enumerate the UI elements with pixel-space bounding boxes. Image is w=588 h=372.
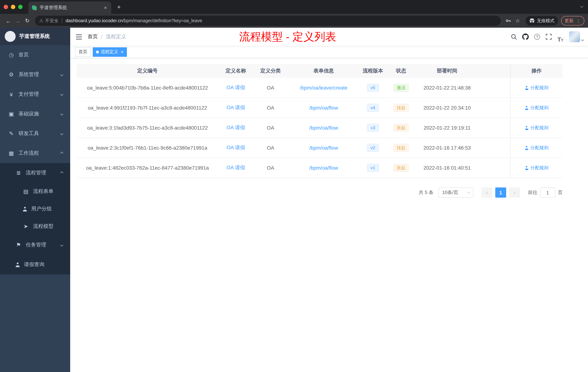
window-zoom-button[interactable]	[18, 5, 22, 9]
form-link[interactable]: /bpm/oa/leave/create	[300, 85, 347, 91]
tag-process-definition[interactable]: 流程定义 ×	[93, 47, 127, 57]
sidebar-item-workflow[interactable]: ▦ 工作流程	[0, 143, 70, 163]
breadcrumb-separator: /	[101, 34, 103, 40]
assign-rule-link[interactable]: 分配规则	[525, 145, 548, 151]
breadcrumb-current: 流程定义	[106, 33, 126, 40]
deploy-time: 2022-01-22 20:34:10	[416, 105, 478, 111]
sidebar-item-label: 工作流程	[19, 150, 39, 156]
forward-button[interactable]: →	[13, 16, 22, 25]
tag-close-icon[interactable]: ×	[121, 49, 124, 55]
sidebar-item-process-mgmt[interactable]: ≣ 流程管理	[0, 163, 70, 183]
sidebar-item-user-group[interactable]: 用户分组	[0, 200, 70, 218]
table-row: oa_leave:4:991f2193-7b7f-11ec-a3c8-acde4…	[77, 98, 563, 118]
sidebar-item-task-mgmt[interactable]: ⚑ 任务管理	[0, 235, 70, 255]
form-link[interactable]: /bpm/oa/flow	[309, 105, 338, 111]
window-minimize-button[interactable]	[11, 5, 15, 9]
tab-close-icon[interactable]: ×	[103, 5, 108, 11]
page-annotation: 流程模型 - 定义列表	[239, 30, 336, 44]
sidebar-item-leave-query[interactable]: 请假查询	[0, 255, 70, 274]
sidebar-item-label: 任务管理	[26, 242, 46, 248]
col-process-version: 流程版本	[360, 68, 386, 74]
sidebar: 芋道管理系统 ◷ 首页 ⚙ 系统管理 ¥ 支付管理 ▣	[0, 28, 70, 372]
page-size-select[interactable]: 10条/页	[439, 187, 473, 198]
current-page-button[interactable]: 1	[495, 187, 506, 198]
tag-home[interactable]: 首页	[75, 47, 91, 57]
bookmark-star-icon[interactable]: ☆	[513, 16, 522, 25]
security-label[interactable]: 不安全	[45, 18, 59, 24]
deploy-time: 2022-01-16 01:40:51	[416, 165, 478, 171]
search-icon[interactable]	[508, 31, 520, 43]
chevron-down-icon	[60, 132, 63, 135]
breadcrumb-home[interactable]: 首页	[88, 33, 98, 40]
page-content: 定义编号 定义名称 定义分类 表单信息 流程版本 状态 部署时间 操作 oa_l…	[70, 58, 588, 372]
definition-id: oa_leave:3:1fad3d93-7b75-11ec-a3c8-acde4…	[77, 125, 218, 131]
sidebar-item-label: 流程管理	[26, 170, 46, 176]
table-row: oa_leave:5:004b710b-7b8a-11ec-8ef0-acde4…	[77, 78, 563, 98]
address-bar[interactable]: ⚠ 不安全 dashboard.yudao.iocoder.cn /bpm/ma…	[35, 16, 501, 26]
definition-name-link[interactable]: OA 请假	[227, 144, 245, 150]
definition-category: OA	[253, 145, 288, 151]
sidebar-item-infrastructure[interactable]: ▣ 基础设施	[0, 104, 70, 124]
fullscreen-icon[interactable]	[543, 31, 555, 43]
form-link[interactable]: /bpm/oa/flow	[309, 165, 338, 171]
sidebar-toggle-button[interactable]	[70, 34, 88, 40]
sidebar-item-label: 用户分组	[31, 206, 52, 212]
browser-toolbar: ← → ↻ ⚠ 不安全 dashboard.yudao.iocoder.cn /…	[0, 14, 588, 28]
chevron-down-icon	[60, 73, 63, 76]
browser-tab[interactable]: 芋道管理系统 ×	[28, 1, 111, 14]
definition-id: oa_leave:1:482ec033-762a-11ec-8477-a2380…	[77, 165, 218, 171]
sidebar-item-label: 系统管理	[19, 71, 39, 78]
col-actions: 操作	[510, 64, 563, 78]
window-close-button[interactable]	[4, 5, 8, 9]
tab-title: 芋道管理系统	[40, 5, 100, 11]
definition-table: 定义编号 定义名称 定义分类 表单信息 流程版本 状态 部署时间 操作 oa_l…	[77, 64, 563, 178]
new-tab-button[interactable]: +	[114, 2, 124, 12]
sidebar-item-home[interactable]: ◷ 首页	[0, 45, 70, 65]
sidebar-item-process-model[interactable]: ➤ 流程模型	[0, 218, 70, 235]
assign-rule-link[interactable]: 分配规则	[525, 85, 548, 91]
yen-icon: ¥	[8, 91, 15, 97]
sidebar-item-system-mgmt[interactable]: ⚙ 系统管理	[0, 65, 70, 85]
sidebar-item-dev-tools[interactable]: ✎ 研发工具	[0, 124, 70, 143]
tab-search-chevron-icon[interactable]	[580, 5, 583, 8]
definition-name-link[interactable]: OA 请假	[227, 104, 245, 110]
window-controls	[4, 5, 22, 9]
form-link[interactable]: /bpm/oa/flow	[309, 145, 338, 151]
url-host: dashboard.yudao.iocoder.cn	[66, 18, 123, 23]
form-link[interactable]: /bpm/oa/flow	[309, 125, 338, 131]
back-button[interactable]: ←	[4, 16, 13, 25]
sidebar-logo[interactable]: 芋道管理系统	[0, 28, 70, 45]
update-label: 更新	[565, 18, 574, 24]
reload-button[interactable]: ↻	[22, 16, 32, 25]
sidebar-item-payment-mgmt[interactable]: ¥ 支付管理	[0, 85, 70, 104]
deploy-time: 2022-01-16 17:46:53	[416, 145, 478, 151]
assign-rule-link[interactable]: 分配规则	[525, 125, 548, 131]
browser-update-button[interactable]: 更新 ⋮	[561, 16, 584, 25]
status-badge: 激活	[393, 84, 409, 92]
assign-rule-link[interactable]: 分配规则	[525, 105, 548, 111]
user-avatar-dropdown[interactable]	[569, 31, 584, 42]
sidebar-item-process-form[interactable]: ▤ 流程表单	[0, 183, 70, 200]
address-divider	[62, 18, 62, 23]
person-icon	[15, 262, 20, 267]
definition-name-link[interactable]: OA 请假	[227, 124, 245, 130]
definition-category: OA	[253, 125, 288, 131]
chevron-up-icon	[60, 171, 63, 175]
goto-page-input[interactable]	[540, 187, 555, 198]
definition-name-link[interactable]: OA 请假	[227, 164, 245, 170]
definition-name-link[interactable]: OA 请假	[227, 85, 245, 90]
key-icon[interactable]	[504, 16, 513, 25]
browser-menu-dots-icon[interactable]: ⋮	[576, 18, 581, 23]
sidebar-item-label: 支付管理	[19, 91, 39, 98]
status-badge: 挂起	[393, 164, 409, 172]
sidebar-menu: ◷ 首页 ⚙ 系统管理 ¥ 支付管理 ▣ 基础设施	[0, 45, 70, 274]
font-size-icon[interactable]: T T	[555, 31, 566, 43]
col-deploy-time: 部署时间	[416, 68, 478, 74]
next-page-button[interactable]: ›	[509, 187, 520, 198]
assign-rule-link[interactable]: 分配规则	[525, 165, 548, 171]
browser-window: 芋道管理系统 × + ← → ↻ ⚠ 不安全 dashboard.yudao.i…	[0, 0, 588, 372]
help-icon[interactable]: ?	[531, 31, 543, 43]
chevron-down-icon	[581, 38, 584, 41]
github-icon[interactable]	[520, 31, 531, 43]
prev-page-button[interactable]: ‹	[482, 187, 492, 198]
